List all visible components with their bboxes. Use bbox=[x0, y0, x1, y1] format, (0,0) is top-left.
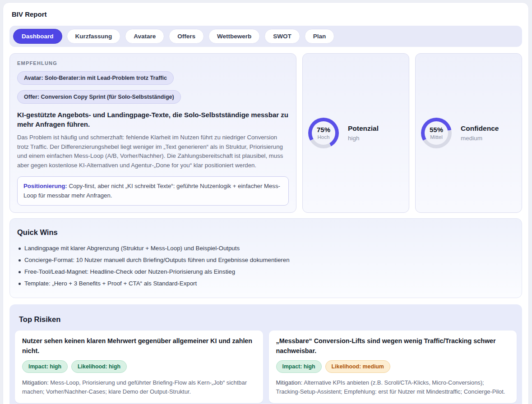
tab-kurzfassung[interactable]: Kurzfassung bbox=[67, 29, 121, 44]
confidence-percent: 55% bbox=[430, 126, 443, 134]
risk-badges: Impact: highLikelihood: medium bbox=[276, 360, 510, 373]
risk-mitigation-label: Mitigation: bbox=[276, 379, 303, 386]
tab-avatare[interactable]: Avatare bbox=[125, 29, 164, 44]
confidence-card: 55% Mittel Confidence medium bbox=[415, 53, 522, 213]
potential-subtitle: high bbox=[348, 135, 379, 142]
confidence-gauge-center: 55% Mittel bbox=[425, 121, 448, 145]
recommendation-pills: Avatar: Solo-Berater:in mit Lead-Problem… bbox=[17, 66, 289, 104]
risk-mitigation-text: Alternative KPIs anbieten (z.B. Scroll/C… bbox=[276, 379, 505, 395]
potential-gauge: 75% Hoch bbox=[308, 118, 339, 148]
tab-swot[interactable]: SWOT bbox=[264, 29, 300, 44]
impact-badge: Impact: high bbox=[276, 360, 322, 373]
page-title: BIV Report bbox=[9, 9, 522, 20]
tab-plan[interactable]: Plan bbox=[305, 29, 335, 44]
recommendation-headline: KI-gestützte Angebots- und Landingpage-T… bbox=[17, 110, 289, 129]
risk-mitigation: Mitigation: Alternative KPIs anbieten (z… bbox=[276, 378, 510, 396]
potential-text: Potenzial high bbox=[348, 124, 379, 142]
tab-wettbewerb[interactable]: Wettbewerb bbox=[208, 29, 260, 44]
recommendation-label: EMPFEHLUNG bbox=[17, 60, 289, 66]
confidence-level-label: Mittel bbox=[430, 134, 442, 140]
tab-bar: DashboardKurzfassungAvatareOffersWettbew… bbox=[9, 26, 522, 47]
tab-offers[interactable]: Offers bbox=[169, 29, 204, 44]
confidence-gauge: 55% Mittel bbox=[421, 118, 452, 148]
risk-card: „Messbare“ Conversion-Lifts sind wegen w… bbox=[269, 331, 517, 403]
risk-card: Nutzer sehen keinen klaren Mehrwert gege… bbox=[15, 331, 263, 403]
risk-mitigation-label: Mitigation: bbox=[22, 379, 49, 386]
tab-dashboard[interactable]: Dashboard bbox=[13, 29, 62, 44]
confidence-title: Confidence bbox=[461, 124, 499, 133]
potential-title: Potenzial bbox=[348, 124, 379, 133]
quick-win-item: Landingpage mit klarer Abgrenzung (Struk… bbox=[17, 243, 514, 254]
recommendation-card: EMPFEHLUNG Avatar: Solo-Berater:in mit L… bbox=[9, 53, 296, 213]
impact-badge: Impact: high bbox=[22, 360, 68, 373]
risk-mitigation: Mitigation: Mess-Loop, Priorisierung und… bbox=[22, 378, 256, 396]
quick-wins-list: Landingpage mit klarer Abgrenzung (Struk… bbox=[17, 243, 514, 289]
quick-win-item: Concierge-Format: 10 Nutzer manuell durc… bbox=[17, 254, 514, 266]
confidence-subtitle: medium bbox=[461, 135, 499, 142]
recommendation-body: Das Problem ist häufig und schmerzhaft: … bbox=[17, 133, 289, 170]
confidence-text: Confidence medium bbox=[461, 124, 499, 142]
recommendation-pill: Avatar: Solo-Berater:in mit Lead-Problem… bbox=[17, 71, 174, 85]
quick-wins-title: Quick Wins bbox=[17, 228, 514, 237]
risk-title: Nutzer sehen keinen klaren Mehrwert gege… bbox=[22, 336, 256, 356]
quick-win-item: Free-Tool/Lead-Magnet: Headline-Check od… bbox=[17, 266, 514, 278]
risk-badges: Impact: highLikelihood: high bbox=[22, 360, 256, 373]
recommendation-pill: Offer: Conversion Copy Sprint (für Solo-… bbox=[17, 90, 181, 104]
risk-title: „Messbare“ Conversion-Lifts sind wegen w… bbox=[276, 336, 510, 356]
potential-card: 75% Hoch Potenzial high bbox=[302, 53, 409, 213]
risk-grid: Nutzer sehen keinen klaren Mehrwert gege… bbox=[15, 331, 517, 404]
potential-gauge-center: 75% Hoch bbox=[312, 121, 335, 145]
quick-wins-card: Quick Wins Landingpage mit klarer Abgren… bbox=[9, 218, 522, 298]
potential-percent: 75% bbox=[317, 126, 330, 134]
risk-mitigation-text: Mess-Loop, Priorisierung und geführter B… bbox=[22, 379, 247, 395]
report-window: BIV Report DashboardKurzfassungAvatareOf… bbox=[3, 2, 529, 404]
positioning-note: Positionierung: Copy-first, aber nicht „… bbox=[17, 176, 289, 206]
quick-win-item: Template: „Hero + 3 Benefits + Proof + C… bbox=[17, 278, 514, 289]
top-risks-section: Top Risiken Nutzer sehen keinen klaren M… bbox=[9, 304, 522, 404]
likelihood-badge: Likelihood: high bbox=[71, 360, 127, 373]
potential-level-label: Hoch bbox=[318, 134, 330, 140]
summary-row: EMPFEHLUNG Avatar: Solo-Berater:in mit L… bbox=[9, 53, 522, 213]
top-risks-title: Top Risiken bbox=[15, 315, 517, 324]
positioning-label: Positionierung: bbox=[23, 183, 67, 189]
likelihood-badge: Likelihood: medium bbox=[325, 360, 390, 373]
